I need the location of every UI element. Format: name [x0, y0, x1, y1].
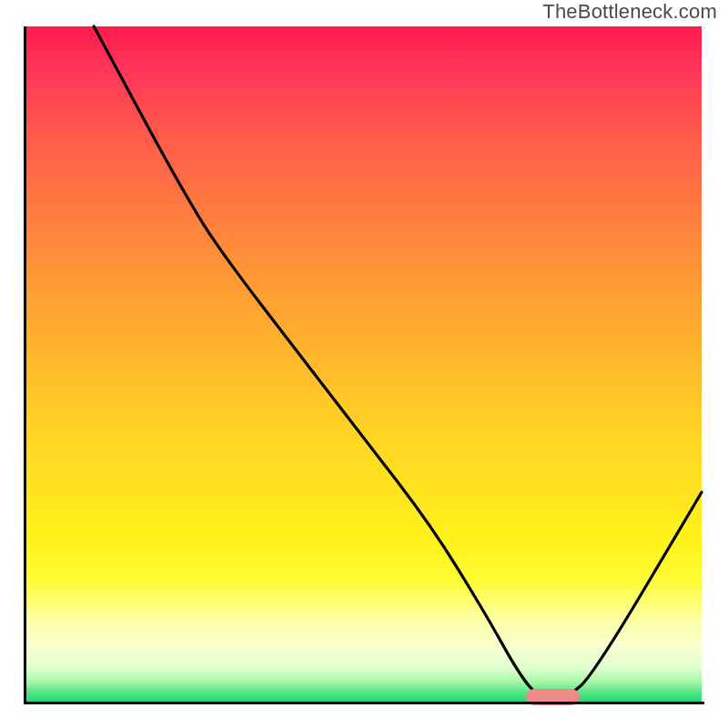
chart-container: TheBottleneck.com	[0, 0, 728, 728]
curve-path	[94, 26, 702, 698]
bottleneck-curve	[26, 26, 702, 702]
x-axis	[24, 702, 704, 704]
y-axis	[24, 26, 26, 702]
plot-area	[26, 26, 702, 702]
watermark-text: TheBottleneck.com	[542, 0, 717, 24]
